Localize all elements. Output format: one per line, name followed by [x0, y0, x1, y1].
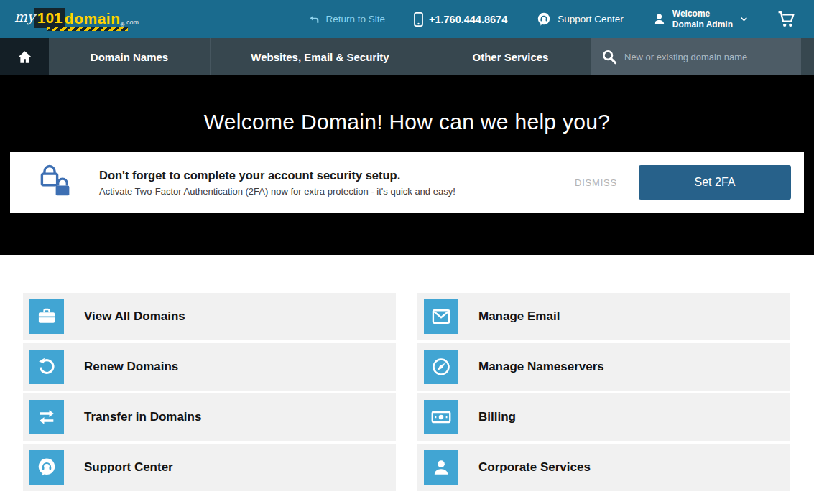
chevron-down-icon	[739, 14, 749, 24]
hero-section: Welcome Domain! How can we help you? Don…	[0, 75, 814, 255]
return-to-site-link[interactable]: Return to Site	[308, 14, 385, 25]
nav-tab-domain-names[interactable]: Domain Names	[49, 38, 210, 75]
transfer-in-domains-card[interactable]: Transfer in Domains	[23, 393, 396, 441]
envelope-icon	[424, 299, 458, 334]
card-label: Billing	[478, 410, 516, 424]
main-nav: Domain Names Websites, Email & Security …	[0, 38, 814, 75]
quick-links: View All Domains Renew Domains Transfer …	[0, 255, 814, 491]
banknote-icon	[424, 400, 458, 434]
return-to-site-label: Return to Site	[325, 14, 385, 24]
set-2fa-button[interactable]: Set 2FA	[639, 165, 791, 200]
dismiss-button[interactable]: DISMISS	[575, 177, 617, 188]
compass-icon	[424, 350, 458, 384]
topbar: my 101 domain ® .com Return to Site +1.7…	[0, 0, 814, 38]
billing-card[interactable]: Billing	[417, 393, 790, 441]
card-label: Transfer in Domains	[84, 410, 201, 424]
site-logo[interactable]: my 101 domain ® .com	[14, 8, 139, 31]
lock-icon	[10, 161, 99, 204]
search-icon	[601, 49, 617, 65]
domain-search-input[interactable]	[624, 52, 791, 62]
quick-links-left-column: View All Domains Renew Domains Transfer …	[23, 293, 396, 491]
transfer-arrows-icon	[29, 400, 64, 434]
mobile-phone-icon	[414, 12, 423, 27]
card-label: Support Center	[84, 460, 173, 475]
headset-bubble-icon	[29, 450, 64, 485]
phone-number: +1.760.444.8674	[429, 14, 507, 25]
home-tab[interactable]	[0, 38, 49, 75]
account-menu[interactable]: Welcome Domain Admin	[652, 9, 749, 30]
logo-domain: domain	[65, 11, 121, 28]
corporate-services-card[interactable]: Corporate Services	[417, 444, 790, 491]
cart-icon[interactable]	[777, 10, 797, 28]
person-icon	[652, 12, 666, 26]
nav-tab-other-services[interactable]: Other Services	[430, 38, 591, 75]
domain-search-box	[591, 38, 801, 75]
phone-link[interactable]: +1.760.444.8674	[414, 12, 507, 27]
page-title: Welcome Domain! How can we help you?	[0, 75, 814, 134]
renew-arrow-icon	[29, 350, 64, 384]
support-center-card[interactable]: Support Center	[23, 444, 396, 491]
logo-stripes	[47, 27, 128, 31]
return-arrow-icon	[308, 14, 320, 25]
nav-endcap	[801, 38, 814, 75]
account-welcome-text: Welcome Domain Admin	[672, 9, 733, 30]
banner-title: Don't forget to complete your account se…	[99, 169, 568, 182]
renew-domains-card[interactable]: Renew Domains	[23, 343, 396, 391]
banner-text: Don't forget to complete your account se…	[99, 169, 575, 197]
card-label: View All Domains	[84, 309, 185, 324]
card-label: Renew Domains	[84, 360, 178, 374]
support-center-label: Support Center	[558, 14, 624, 24]
person-icon	[424, 450, 458, 485]
headset-bubble-icon	[536, 11, 552, 27]
quick-links-right-column: Manage Email Manage Nameservers Billing …	[417, 293, 790, 491]
manage-email-card[interactable]: Manage Email	[417, 293, 790, 340]
logo-my: my	[14, 10, 35, 28]
manage-nameservers-card[interactable]: Manage Nameservers	[417, 343, 790, 391]
banner-subtitle: Activate Two-Factor Authentication (2FA)…	[99, 186, 568, 197]
topbar-actions: Return to Site +1.760.444.8674 Support C…	[308, 9, 797, 30]
card-label: Manage Nameservers	[478, 360, 604, 374]
briefcase-icon	[29, 299, 64, 334]
security-banner: Don't forget to complete your account se…	[10, 152, 804, 213]
logo-101: 101	[34, 8, 65, 28]
card-label: Corporate Services	[478, 460, 591, 475]
view-all-domains-card[interactable]: View All Domains	[23, 293, 396, 340]
nav-tab-websites-email-security[interactable]: Websites, Email & Security	[210, 38, 430, 75]
card-label: Manage Email	[478, 309, 560, 324]
home-icon	[17, 50, 32, 65]
support-center-link[interactable]: Support Center	[536, 11, 624, 27]
